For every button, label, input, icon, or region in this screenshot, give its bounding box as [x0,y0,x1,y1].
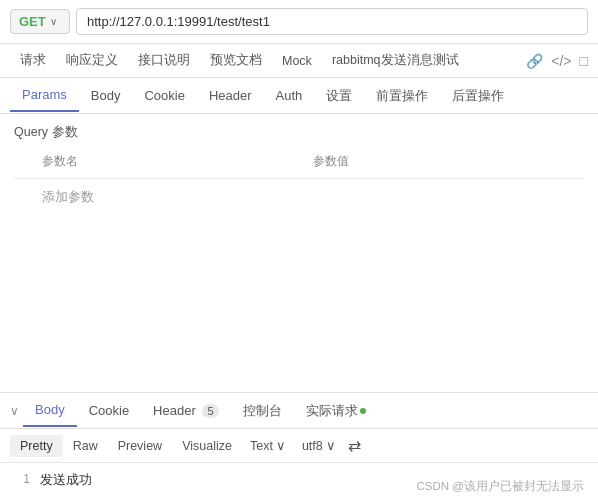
actual-request-dot [360,408,366,414]
method-label: GET [19,14,46,29]
top-tab-icons: 🔗 </> □ [526,53,588,69]
format-tab-pretty[interactable]: Pretty [10,435,63,457]
response-tabs-bar: ∨ Body Cookie Header 5 控制台 实际请求 [0,393,598,429]
sub-tab-header[interactable]: Header [197,80,264,111]
sub-tab-auth[interactable]: Auth [264,80,315,111]
sub-tab-pre-action[interactable]: 前置操作 [364,79,440,113]
link-icon[interactable]: 🔗 [526,53,543,69]
encoding-select[interactable]: utf8 ∨ [294,434,344,457]
sub-tab-post-action[interactable]: 后置操作 [440,79,516,113]
sub-tab-settings[interactable]: 设置 [314,79,364,113]
top-tab-request[interactable]: 请求 [10,44,56,77]
top-tab-preview-doc[interactable]: 预览文档 [200,44,272,77]
response-tab-console[interactable]: 控制台 [231,394,294,428]
wrap-icon[interactable]: ⇄ [348,436,361,455]
method-chevron-icon: ∨ [50,16,57,27]
format-tab-raw[interactable]: Raw [63,435,108,457]
query-section: Query 参数 参数名 参数值 添加参数 [0,114,598,212]
params-col-value-header: 参数值 [313,149,584,174]
response-tab-header[interactable]: Header 5 [141,395,230,426]
url-bar: GET ∨ [0,0,598,44]
format-tab-visualize[interactable]: Visualize [172,435,242,457]
top-tabs-bar: 请求 响应定义 接口说明 预览文档 Mock rabbitmq发送消息测试 🔗 … [0,44,598,78]
header-badge: 5 [202,404,218,418]
top-tab-interface-desc[interactable]: 接口说明 [128,44,200,77]
query-label: Query 参数 [14,124,584,141]
response-chevron-icon[interactable]: ∨ [10,404,19,418]
text-select-arrow-icon: ∨ [276,438,286,453]
top-tab-rabbitmq[interactable]: rabbitmq发送消息测试 [322,44,469,77]
line-number: 1 [14,471,30,486]
code-icon[interactable]: </> [551,53,571,69]
sub-tab-cookie[interactable]: Cookie [132,80,196,111]
text-format-select[interactable]: Text ∨ [242,434,294,457]
format-tab-preview[interactable]: Preview [108,435,172,457]
sub-tab-params[interactable]: Params [10,79,79,112]
line-content: 发送成功 [40,471,92,489]
sub-tabs-bar: Params Body Cookie Header Auth 设置 前置操作 后… [0,78,598,114]
sub-tab-body[interactable]: Body [79,80,133,111]
format-bar: Pretty Raw Preview Visualize Text ∨ utf8… [0,429,598,463]
top-tab-response-def[interactable]: 响应定义 [56,44,128,77]
add-param-button[interactable]: 添加参数 [14,183,584,212]
encode-select-arrow-icon: ∨ [326,438,336,453]
response-tab-body[interactable]: Body [23,394,77,427]
copy-icon[interactable]: □ [580,53,588,69]
watermark: CSDN @该用户已被封无法显示 [417,479,584,494]
url-input[interactable] [76,8,588,35]
method-select[interactable]: GET ∨ [10,9,70,34]
top-tab-mock[interactable]: Mock [272,46,322,76]
response-tab-cookie[interactable]: Cookie [77,395,141,426]
response-tab-actual-request[interactable]: 实际请求 [294,394,378,428]
params-header: 参数名 参数值 [14,149,584,179]
params-col-name-header: 参数名 [14,149,313,174]
